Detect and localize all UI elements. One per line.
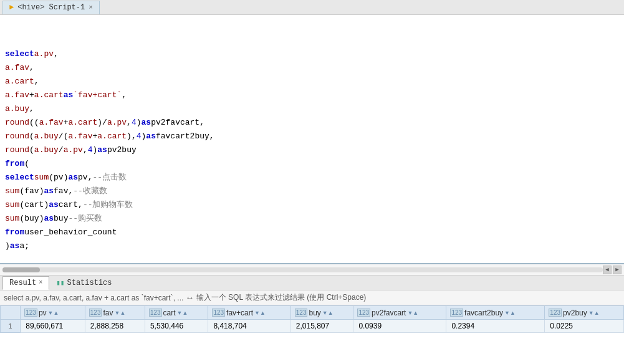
sort-icon[interactable]: ▼▲ bbox=[254, 310, 266, 316]
code-line: a.cart, bbox=[5, 75, 624, 89]
code-line: round((a.fav + a.cart) / a.pv, 4) as pv2… bbox=[5, 116, 624, 130]
filter-sql-preview: select a.pv, a.fav, a.cart, a.fav + a.ca… bbox=[4, 294, 183, 302]
table-cell: 2,888,258 bbox=[85, 319, 145, 332]
sort-icon[interactable]: ▼▲ bbox=[504, 310, 516, 316]
bottom-panel: Result × ▮▮ Statistics select a.pv, a.fa… bbox=[0, 275, 624, 364]
table-header: 123 pv ▼▲ 123 fav ▼▲ 123 cart ▼▲ 123 fav… bbox=[1, 306, 624, 320]
statistics-icon: ▮▮ bbox=[56, 279, 64, 287]
sort-icon[interactable]: ▼▲ bbox=[48, 310, 59, 316]
table-cell: 0.0939 bbox=[353, 319, 446, 332]
table-cell: 0.0225 bbox=[545, 319, 624, 332]
type-icon: 123 bbox=[295, 309, 308, 317]
editor-area[interactable]: select a.pv, a.fav, a.cart, a.fav + a.ca… bbox=[0, 15, 624, 264]
table-column-header[interactable]: 123 pv2buy ▼▲ bbox=[545, 306, 624, 320]
col-name: fav bbox=[103, 309, 113, 317]
code-line: sum(cart) as cart, --加购物车数 bbox=[5, 198, 624, 212]
code-line: sum(fav) as fav, --收藏数 bbox=[5, 184, 624, 198]
result-tab[interactable]: Result × bbox=[2, 276, 49, 290]
table-cell: 8,418,704 bbox=[208, 319, 290, 332]
results-table-wrapper: 123 pv ▼▲ 123 fav ▼▲ 123 cart ▼▲ 123 fav… bbox=[0, 305, 624, 364]
col-icons: 123 fav ▼▲ bbox=[89, 309, 126, 317]
sort-icon[interactable]: ▼▲ bbox=[114, 310, 125, 316]
tab-close-icon[interactable]: × bbox=[89, 4, 93, 11]
code-line: round(a.buy / a.pv, 4) as pv2buy bbox=[5, 143, 624, 157]
col-icons: 123 buy ▼▲ bbox=[295, 309, 334, 317]
table-body: 189,660,6712,888,2585,530,4468,418,7042,… bbox=[1, 319, 624, 332]
sort-icon[interactable]: ▼▲ bbox=[588, 310, 600, 316]
table-cell: 89,660,671 bbox=[21, 319, 85, 332]
code-line: a.buy, bbox=[5, 102, 624, 116]
code-line: round(a.buy / (a.fav + a.cart), 4) as fa… bbox=[5, 130, 624, 143]
code-line: from( bbox=[5, 157, 624, 171]
col-name: buy bbox=[309, 309, 320, 317]
code-line: select sum(pv) as pv, --点击数 bbox=[5, 171, 624, 184]
result-tab-label: Result bbox=[9, 279, 36, 287]
type-icon: 123 bbox=[450, 309, 463, 317]
col-name: fav+cart bbox=[226, 309, 253, 317]
sort-icon[interactable]: ▼▲ bbox=[407, 310, 418, 316]
table-cell: 5,530,446 bbox=[145, 319, 208, 332]
row-number: 1 bbox=[1, 319, 21, 332]
tab-label: <hive> Script-1 bbox=[17, 3, 85, 12]
hive-icon: ► bbox=[9, 3, 14, 12]
col-name: cart bbox=[163, 309, 176, 317]
statistics-tab[interactable]: ▮▮ Statistics bbox=[49, 276, 118, 290]
scroll-thumb[interactable] bbox=[2, 267, 40, 272]
type-icon: 123 bbox=[212, 309, 225, 317]
code-line: select a.pv, bbox=[5, 47, 624, 61]
scroll-track[interactable] bbox=[2, 267, 603, 272]
col-name: pv bbox=[39, 309, 47, 317]
code-line: ) as a; bbox=[5, 239, 624, 253]
col-name: pv2favcart bbox=[372, 309, 406, 317]
table-column-header[interactable]: 123 cart ▼▲ bbox=[145, 306, 208, 320]
scroll-right-arrow[interactable]: ▶ bbox=[613, 266, 622, 274]
table-column-header[interactable]: 123 fav+cart ▼▲ bbox=[208, 306, 290, 320]
col-name: pv2buy bbox=[563, 309, 587, 317]
filter-hint: 输入一个 SQL 表达式来过滤结果 (使用 Ctrl+Space) bbox=[196, 292, 367, 303]
type-icon: 123 bbox=[357, 309, 370, 317]
script-tab[interactable]: ► <hive> Script-1 × bbox=[2, 1, 100, 14]
table-column-header[interactable]: 123 pv2favcart ▼▲ bbox=[353, 306, 446, 320]
col-icons: 123 favcart2buy ▼▲ bbox=[450, 309, 516, 317]
sort-icon[interactable]: ▼▲ bbox=[177, 310, 188, 316]
col-icons: 123 pv2buy ▼▲ bbox=[549, 309, 599, 317]
sort-icon[interactable]: ▼▲ bbox=[322, 310, 334, 316]
scroll-left-arrow[interactable]: ◀ bbox=[603, 266, 612, 274]
col-icons: 123 fav+cart ▼▲ bbox=[212, 309, 266, 317]
col-icons: 123 pv2favcart ▼▲ bbox=[357, 309, 418, 317]
results-table: 123 pv ▼▲ 123 fav ▼▲ 123 cart ▼▲ 123 fav… bbox=[0, 305, 624, 333]
table-column-header[interactable]: 123 buy ▼▲ bbox=[290, 306, 353, 320]
table-cell: 0.2394 bbox=[446, 319, 545, 332]
code-line: a.fav + a.cart as `fav+cart`, bbox=[5, 89, 624, 102]
bottom-tabs: Result × ▮▮ Statistics bbox=[0, 275, 624, 290]
table-column-header[interactable]: 123 favcart2buy ▼▲ bbox=[446, 306, 545, 320]
statistics-tab-label: Statistics bbox=[67, 279, 112, 287]
col-icons: 123 cart ▼▲ bbox=[149, 309, 188, 317]
scrollbar-area: ◀ ▶ bbox=[0, 264, 624, 275]
code-line: a.fav, bbox=[5, 61, 624, 75]
expand-icon: ↔ bbox=[187, 293, 192, 303]
code-line: from user_behavior_count bbox=[5, 226, 624, 239]
type-icon: 123 bbox=[149, 309, 162, 317]
type-icon: 123 bbox=[24, 309, 37, 317]
col-name: favcart2buy bbox=[464, 309, 503, 317]
col-icons: 123 pv ▼▲ bbox=[24, 309, 59, 317]
scroll-arrows: ◀ ▶ bbox=[603, 266, 622, 274]
result-tab-close-icon[interactable]: × bbox=[39, 279, 42, 286]
type-icon: 123 bbox=[89, 309, 102, 317]
table-column-header[interactable]: 123 pv ▼▲ bbox=[21, 306, 85, 320]
code-line: sum(buy) as buy --购买数 bbox=[5, 212, 624, 226]
table-column-header[interactable]: 123 fav ▼▲ bbox=[85, 306, 145, 320]
table-cell: 2,015,807 bbox=[290, 319, 353, 332]
type-icon: 123 bbox=[549, 309, 562, 317]
filter-bar: select a.pv, a.fav, a.cart, a.fav + a.ca… bbox=[0, 290, 624, 305]
table-row: 189,660,6712,888,2585,530,4468,418,7042,… bbox=[1, 319, 624, 332]
tab-bar: ► <hive> Script-1 × bbox=[0, 0, 624, 15]
row-number-header bbox=[1, 306, 21, 320]
code-editor[interactable]: select a.pv, a.fav, a.cart, a.fav + a.ca… bbox=[0, 15, 624, 258]
